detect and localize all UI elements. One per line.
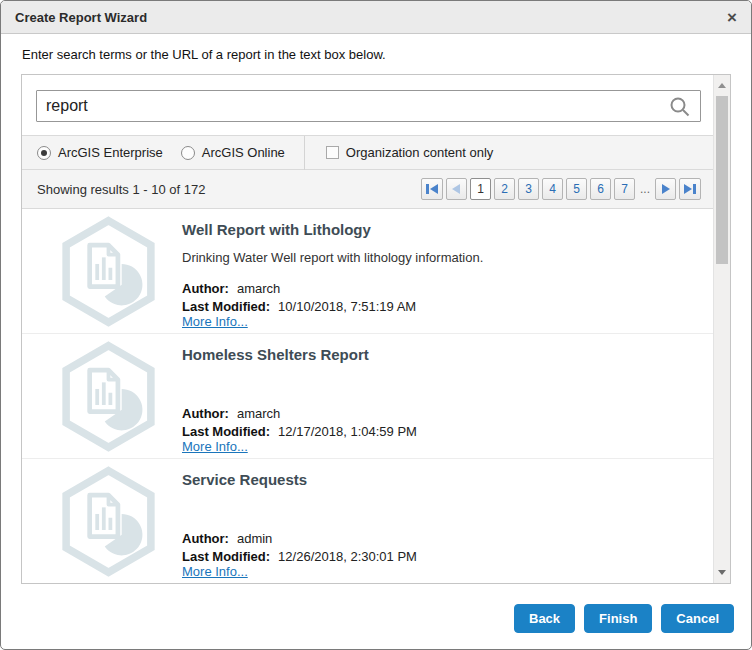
author-value: amarch	[237, 406, 280, 421]
report-icon	[52, 340, 165, 453]
scrollbar-thumb[interactable]	[716, 96, 728, 264]
modified-value: 10/10/2018, 7:51:19 AM	[278, 299, 416, 314]
radio-arcgis-online-label[interactable]: ArcGIS Online	[202, 145, 285, 160]
modified-value: 12/26/2018, 2:30:01 PM	[278, 549, 417, 564]
dialog-title: Create Report Wizard	[15, 10, 147, 25]
more-info-link[interactable]: More Info...	[182, 314, 248, 329]
result-title: Homeless Shelters Report	[182, 346, 369, 363]
checkbox-icon[interactable]	[326, 146, 339, 159]
author-label: Author:	[182, 406, 229, 421]
last-page-icon	[684, 184, 692, 194]
first-page-button[interactable]	[421, 178, 443, 200]
search-row	[22, 75, 713, 135]
radio-unselected-icon[interactable]	[181, 146, 195, 160]
next-page-icon	[662, 184, 670, 194]
create-report-wizard-dialog: Create Report Wizard × Enter search term…	[0, 0, 752, 650]
result-text-column: Service Requests Author:admin Last Modif…	[182, 459, 699, 583]
last-page-button[interactable]	[679, 178, 701, 200]
scrollbar-down-button[interactable]	[714, 564, 730, 581]
filter-divider	[304, 136, 305, 170]
scrollbar-down-icon	[718, 570, 726, 575]
first-page-icon	[426, 184, 429, 194]
modified-label: Last Modified:	[182, 424, 270, 439]
page-button-3[interactable]: 3	[518, 178, 539, 200]
modified-label: Last Modified:	[182, 299, 270, 314]
author-label: Author:	[182, 531, 229, 546]
modified-label: Last Modified:	[182, 549, 270, 564]
more-info-link[interactable]: More Info...	[182, 564, 248, 579]
result-item-3[interactable]: Service Requests Author:admin Last Modif…	[22, 459, 713, 583]
result-meta: Author:admin Last Modified:12/26/2018, 2…	[182, 530, 417, 566]
result-title: Well Report with Lithology	[182, 221, 371, 238]
result-item-2[interactable]: Homeless Shelters Report Author:amarch L…	[22, 334, 713, 459]
result-text-column: Homeless Shelters Report Author:amarch L…	[182, 334, 699, 458]
result-meta: Author:amarch Last Modified:12/17/2018, …	[182, 405, 417, 441]
page-button-6[interactable]: 6	[590, 178, 611, 200]
result-description: Drinking Water Well report with litholog…	[182, 250, 483, 265]
title-bar: Create Report Wizard ×	[1, 1, 751, 34]
pagination: 1 2 3 4 5 6 7 ...	[421, 178, 701, 200]
page-button-7[interactable]: 7	[614, 178, 635, 200]
page-button-4[interactable]: 4	[542, 178, 563, 200]
result-title: Service Requests	[182, 471, 307, 488]
filter-row: ArcGIS Enterprise ArcGIS Online Organiza…	[22, 135, 713, 169]
back-button[interactable]: Back	[514, 604, 575, 633]
page-ellipsis: ...	[638, 182, 652, 196]
search-icon[interactable]	[669, 96, 691, 118]
page-button-1[interactable]: 1	[470, 178, 491, 200]
author-value: amarch	[237, 281, 280, 296]
finish-button[interactable]: Finish	[584, 604, 652, 633]
search-results-panel: ArcGIS Enterprise ArcGIS Online Organiza…	[21, 74, 731, 584]
prev-page-icon	[452, 184, 460, 194]
modified-value: 12/17/2018, 1:04:59 PM	[278, 424, 417, 439]
radio-arcgis-enterprise[interactable]: ArcGIS Enterprise	[37, 145, 163, 160]
result-meta: Author:amarch Last Modified:10/10/2018, …	[182, 280, 416, 316]
scrollbar[interactable]	[713, 75, 730, 583]
results-summary: Showing results 1 - 10 of 172	[37, 182, 205, 197]
author-label: Author:	[182, 281, 229, 296]
page-button-2[interactable]: 2	[494, 178, 515, 200]
report-icon	[52, 465, 165, 578]
result-text-column: Well Report with Lithology Drinking Wate…	[182, 209, 699, 333]
author-value: admin	[237, 531, 272, 546]
result-item-1[interactable]: Well Report with Lithology Drinking Wate…	[22, 209, 713, 334]
results-header: Showing results 1 - 10 of 172 1 2 3 4 5 …	[22, 169, 713, 208]
org-content-checkbox-label[interactable]: Organization content only	[346, 145, 493, 160]
more-info-link[interactable]: More Info...	[182, 439, 248, 454]
radio-selected-icon[interactable]	[37, 146, 51, 160]
prev-page-button[interactable]	[446, 178, 467, 200]
search-input[interactable]	[36, 90, 701, 122]
cancel-button[interactable]: Cancel	[661, 604, 734, 633]
results-list: Well Report with Lithology Drinking Wate…	[22, 208, 713, 583]
org-content-checkbox[interactable]: Organization content only	[326, 145, 493, 160]
report-icon	[52, 215, 165, 328]
page-button-5[interactable]: 5	[566, 178, 587, 200]
radio-arcgis-online[interactable]: ArcGIS Online	[181, 145, 285, 160]
scrollbar-up-button[interactable]	[714, 77, 730, 94]
instruction-text: Enter search terms or the URL of a repor…	[22, 47, 731, 62]
next-page-button[interactable]	[655, 178, 676, 200]
scrollbar-up-icon	[718, 83, 726, 88]
close-icon[interactable]: ×	[727, 9, 737, 26]
footer-buttons: Back Finish Cancel	[514, 604, 734, 633]
radio-arcgis-enterprise-label[interactable]: ArcGIS Enterprise	[58, 145, 163, 160]
